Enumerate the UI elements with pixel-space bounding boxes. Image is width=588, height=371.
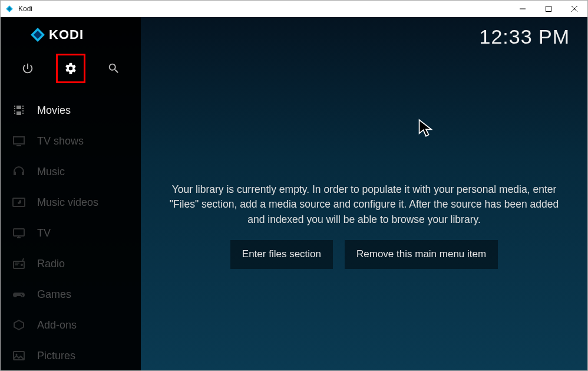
remove-menu-item-button[interactable]: Remove this main menu item <box>345 240 498 269</box>
gear-icon <box>64 62 77 75</box>
kodi-titlebar-icon <box>5 5 14 13</box>
sidebar-item-music[interactable]: Music <box>1 156 141 187</box>
kodi-logo-icon <box>30 27 45 42</box>
film-icon <box>11 103 27 118</box>
empty-library-message-block: Your library is currently empty. In orde… <box>141 182 587 269</box>
addons-icon <box>11 317 27 333</box>
sidebar-item-label: Music <box>37 166 65 178</box>
sidebar-item-label: TV shows <box>37 135 84 147</box>
kodi-app: KODI Movies <box>1 17 587 370</box>
gamepad-icon <box>11 287 27 302</box>
kodi-logo: KODI <box>30 27 84 42</box>
tv-icon <box>11 225 27 241</box>
action-row: Enter files section Remove this main men… <box>164 240 564 269</box>
maximize-button[interactable] <box>536 1 561 17</box>
svg-rect-1 <box>546 6 551 11</box>
sidebar-item-tv[interactable]: TV <box>1 218 141 248</box>
sidebar-item-addons[interactable]: Add-ons <box>1 310 141 340</box>
search-button[interactable] <box>99 54 128 83</box>
logo-row: KODI <box>1 17 141 52</box>
minimize-button[interactable] <box>510 1 536 17</box>
sidebar-item-label: Radio <box>37 258 65 270</box>
svg-point-7 <box>21 264 23 266</box>
power-icon <box>21 62 34 75</box>
power-button[interactable] <box>13 54 42 83</box>
sidebar-item-label: Add-ons <box>37 319 77 331</box>
window-title: Kodi <box>18 5 510 13</box>
enter-files-button[interactable]: Enter files section <box>230 240 333 269</box>
sidebar-item-radio[interactable]: Radio <box>1 248 141 279</box>
close-button[interactable] <box>561 1 587 17</box>
sidebar-item-tvshows[interactable]: TV shows <box>1 126 141 156</box>
svg-rect-5 <box>14 229 24 236</box>
radio-icon <box>11 256 27 271</box>
sidebar-item-pictures[interactable]: Pictures <box>1 340 141 370</box>
sidebar: KODI Movies <box>1 17 141 370</box>
sidebar-item-label: TV <box>37 227 51 239</box>
sidebar-item-label: Music videos <box>37 196 98 209</box>
sidebar-item-musicvideos[interactable]: Music videos <box>1 187 141 218</box>
sidebar-item-games[interactable]: Games <box>1 279 141 310</box>
sidebar-item-label: Pictures <box>37 350 75 362</box>
tvshow-icon <box>11 133 27 149</box>
titlebar: Kodi <box>1 1 587 17</box>
nav: Movies TV shows Music Music videos TV <box>1 84 141 370</box>
sidebar-item-label: Movies <box>37 104 71 117</box>
pictures-icon <box>11 348 27 363</box>
sidebar-item-movies[interactable]: Movies <box>1 95 141 126</box>
headphones-icon <box>11 164 27 179</box>
settings-button[interactable] <box>56 54 85 83</box>
empty-library-text: Your library is currently empty. In orde… <box>164 182 564 227</box>
kodi-logo-text: KODI <box>49 27 84 42</box>
cursor-icon <box>418 119 434 140</box>
musicvideo-icon <box>11 195 27 210</box>
search-icon <box>107 62 120 75</box>
window: Kodi KODI <box>0 0 588 371</box>
clock: 12:33 PM <box>479 25 570 48</box>
content-area: 12:33 PM Your library is currently empty… <box>141 17 587 370</box>
sidebar-item-label: Games <box>37 288 71 301</box>
tool-row <box>1 52 141 84</box>
